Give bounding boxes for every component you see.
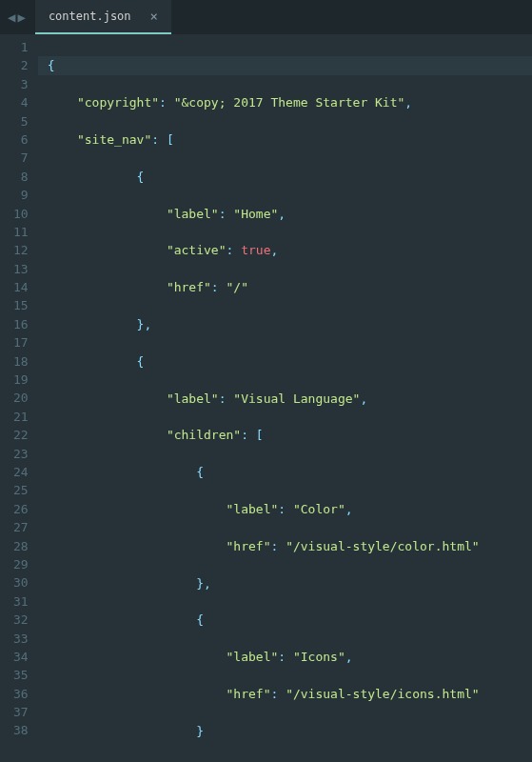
line-number: 33 xyxy=(13,630,29,648)
line-number: 15 xyxy=(13,296,29,314)
line-number: 4 xyxy=(13,93,29,111)
code-line[interactable]: "label": "Home", xyxy=(38,205,532,223)
code-area[interactable]: { "copyright": "&copy; 2017 Theme Starte… xyxy=(38,34,532,762)
line-number: 17 xyxy=(13,333,29,351)
line-number: 26 xyxy=(13,500,29,518)
line-number: 28 xyxy=(13,537,29,555)
line-number: 16 xyxy=(13,315,29,333)
nav-arrows: ◀ ▶ xyxy=(8,10,26,25)
line-number: 23 xyxy=(13,445,29,463)
line-number: 6 xyxy=(13,130,29,149)
tab-active[interactable]: content.json × xyxy=(35,0,171,34)
nav-back-icon[interactable]: ◀ xyxy=(8,10,15,25)
line-number: 1 xyxy=(13,38,29,56)
code-line[interactable]: "href": "/" xyxy=(38,278,532,296)
close-icon[interactable]: × xyxy=(150,9,158,24)
tab-title: content.json xyxy=(49,10,131,23)
code-line[interactable]: "children": [ xyxy=(38,426,532,444)
line-number: 24 xyxy=(13,463,29,481)
code-line[interactable]: } xyxy=(38,722,532,740)
line-number: 32 xyxy=(13,611,29,629)
line-number: 19 xyxy=(13,371,29,389)
code-line[interactable]: "active": true, xyxy=(38,241,532,259)
line-gutter: 1 2 3 4 5 6 7 8 9 10 11 12 13 14 15 16 1… xyxy=(0,34,38,762)
code-line[interactable]: }, xyxy=(38,315,532,333)
code-line[interactable]: "site_nav": [ xyxy=(38,130,532,149)
line-number: 25 xyxy=(13,481,29,499)
line-number: 10 xyxy=(13,205,29,223)
code-line[interactable]: { xyxy=(38,56,532,74)
line-number: 13 xyxy=(13,260,29,278)
line-number: 35 xyxy=(13,666,29,684)
code-line[interactable]: "label": "Icons", xyxy=(38,648,532,666)
line-number: 12 xyxy=(13,241,29,259)
code-line[interactable]: "copyright": "&copy; 2017 Theme Starter … xyxy=(38,93,532,111)
line-number: 27 xyxy=(13,518,29,536)
code-line[interactable]: { xyxy=(38,463,532,481)
line-number: 7 xyxy=(13,149,29,167)
code-line[interactable]: { xyxy=(38,168,532,186)
code-line[interactable]: "label": "Visual Language", xyxy=(38,390,532,408)
line-number: 11 xyxy=(13,223,29,241)
line-number: 22 xyxy=(13,426,29,444)
line-number: 21 xyxy=(13,408,29,426)
line-number: 31 xyxy=(13,592,29,611)
line-number: 8 xyxy=(13,168,29,186)
line-number: 29 xyxy=(13,555,29,573)
line-number: 3 xyxy=(13,75,29,93)
line-number: 37 xyxy=(13,703,29,721)
line-number: 2 xyxy=(13,56,29,74)
editor[interactable]: 1 2 3 4 5 6 7 8 9 10 11 12 13 14 15 16 1… xyxy=(0,34,532,762)
code-line[interactable]: "label": "Color", xyxy=(38,500,532,518)
code-line[interactable]: { xyxy=(38,352,532,371)
line-number: 14 xyxy=(13,278,29,296)
line-number: 38 xyxy=(13,721,29,739)
line-number: 36 xyxy=(13,685,29,703)
tab-bar: ◀ ▶ content.json × xyxy=(0,0,532,34)
code-line[interactable]: { xyxy=(38,611,532,629)
nav-forward-icon[interactable]: ▶ xyxy=(17,10,25,25)
line-number: 30 xyxy=(13,573,29,592)
code-line[interactable]: }, xyxy=(38,574,532,592)
code-line[interactable]: "href": "/visual-style/icons.html" xyxy=(38,685,532,703)
code-line[interactable]: "href": "/visual-style/color.html" xyxy=(38,537,532,555)
line-number: 9 xyxy=(13,186,29,204)
line-number: 18 xyxy=(13,352,29,371)
line-number: 34 xyxy=(13,648,29,666)
line-number: 20 xyxy=(13,389,29,407)
line-number: 5 xyxy=(13,112,29,130)
code-line[interactable]: ] xyxy=(38,759,532,762)
